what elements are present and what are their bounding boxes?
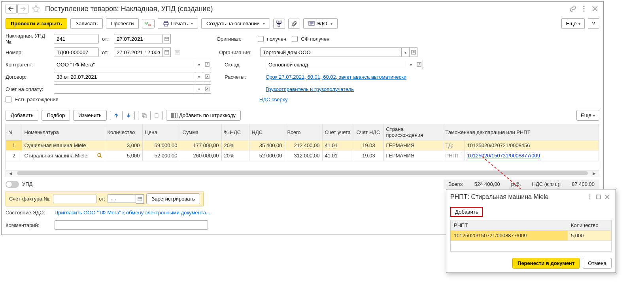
- contract-drop[interactable]: ▾: [195, 72, 203, 81]
- table-pick-button[interactable]: Подбор: [42, 110, 70, 121]
- consignor-link[interactable]: Грузоотправитель и грузополучатель: [266, 86, 354, 92]
- popup-maximize-icon[interactable]: [594, 193, 603, 201]
- th-sum: Сумма: [180, 124, 221, 140]
- svg-rect-10: [278, 25, 280, 26]
- sf-date-input[interactable]: [108, 194, 136, 203]
- th-vatpct: % НДС: [221, 124, 249, 140]
- warehouse-drop[interactable]: ▾: [407, 60, 415, 69]
- settlements-link[interactable]: Срок 27.07.2021, 60.01, 60.02, зачет ава…: [266, 74, 406, 80]
- move-up-button[interactable]: [110, 111, 123, 120]
- svg-rect-12: [165, 37, 169, 41]
- from-label-1: от:: [102, 36, 112, 42]
- sf-calendar-button[interactable]: [136, 194, 144, 204]
- cell-nomen: Сушильная машина Miele: [22, 140, 105, 151]
- customs-link[interactable]: 10125020/150721/0008877/009: [467, 153, 540, 159]
- contract-open[interactable]: [203, 72, 211, 81]
- cell-vatpct: 20%: [221, 140, 249, 151]
- dtkt-button[interactable]: ДтКт: [142, 19, 155, 28]
- counterparty-open[interactable]: [203, 60, 211, 69]
- cell-vat: 35 400,00: [249, 140, 285, 151]
- popup-close-icon[interactable]: [603, 193, 612, 201]
- calendar-button-2[interactable]: [163, 47, 171, 57]
- warehouse-input[interactable]: [266, 60, 407, 69]
- calendar-button-1[interactable]: [163, 34, 171, 44]
- edo-state-link[interactable]: Пригласить ООО "ТФ-Мега" к обмену электр…: [55, 210, 210, 216]
- print-button[interactable]: Печать: [158, 18, 198, 29]
- table-row[interactable]: 2Стиральная машина Miele5,00052 000,0026…: [6, 151, 599, 161]
- popup-cell-rnpt[interactable]: 10125020/150721/0008877/009: [451, 231, 568, 237]
- open-icon: [205, 62, 210, 67]
- open-icon: [205, 87, 210, 91]
- paste-button[interactable]: [151, 111, 162, 120]
- attachment-button[interactable]: [288, 19, 300, 29]
- warehouse-label: Склад:: [225, 62, 264, 68]
- pay-invoice-label: Счет на оплату:: [6, 86, 52, 92]
- close-icon[interactable]: [591, 4, 599, 13]
- table-add-button[interactable]: Добавить: [6, 110, 38, 121]
- favorite-star-icon[interactable]: [32, 4, 40, 13]
- upd-toggle[interactable]: [6, 181, 19, 188]
- post-button[interactable]: Провести: [106, 18, 139, 29]
- help-button[interactable]: ?: [588, 18, 599, 29]
- popup-title: РНПТ: Стиральная машина Miele: [450, 193, 585, 201]
- counterparty-input[interactable]: [54, 60, 195, 69]
- pay-invoice-input[interactable]: [54, 84, 195, 94]
- popup-cell-qty[interactable]: 5,000: [568, 231, 611, 237]
- copy-button[interactable]: [138, 111, 151, 120]
- pay-invoice-drop[interactable]: ▾: [195, 84, 203, 94]
- invoice-date-input[interactable]: [114, 34, 163, 44]
- contract-input[interactable]: [54, 72, 195, 81]
- sf-number-input[interactable]: [53, 195, 96, 203]
- org-input[interactable]: [260, 47, 402, 57]
- structure-button[interactable]: [273, 19, 285, 29]
- counterparty-drop[interactable]: ▾: [195, 60, 203, 69]
- svg-rect-25: [138, 197, 142, 201]
- pay-invoice-open[interactable]: [203, 84, 211, 94]
- received-checkbox[interactable]: [258, 36, 264, 42]
- popup-grid[interactable]: РНПТ Количество 10125020/150721/0008877/…: [450, 220, 612, 236]
- post-and-close-button[interactable]: Провести и закрыть: [6, 18, 67, 29]
- invoice-no-input[interactable]: [54, 34, 99, 44]
- save-button[interactable]: Записать: [70, 18, 103, 29]
- table-edit-button[interactable]: Изменить: [73, 110, 107, 121]
- th-vatacct: Счет НДС: [354, 124, 383, 140]
- number-input[interactable]: [54, 47, 99, 57]
- move-down-button[interactable]: [123, 111, 134, 120]
- number-label: Номер:: [6, 49, 52, 55]
- scroll-left-icon[interactable]: ◀: [8, 170, 14, 176]
- th-acct: Счет учета: [322, 124, 354, 140]
- more-button[interactable]: Еще: [561, 18, 584, 29]
- number-date-input[interactable]: [114, 47, 163, 57]
- edo-button[interactable]: ЭДО: [303, 18, 338, 29]
- org-open[interactable]: [410, 47, 417, 57]
- cell-customs-prefix: ТД:: [443, 140, 465, 151]
- register-button[interactable]: Зарегистрировать: [146, 193, 200, 204]
- paperclip-icon: [291, 21, 297, 27]
- sf-label: Счет-фактура №:: [9, 196, 51, 202]
- comment-label: Комментарий:: [6, 222, 52, 228]
- popup-kebab-icon[interactable]: [585, 193, 594, 201]
- create-based-button[interactable]: Создать на основании: [201, 18, 270, 29]
- arrow-right-icon: [20, 6, 26, 11]
- nav-forward-button[interactable]: [17, 4, 28, 13]
- cell-customs: 10125020/020721/0008456: [465, 140, 599, 151]
- horizontal-scrollbar[interactable]: ◀ ▶: [6, 170, 599, 176]
- nav-back-button[interactable]: [6, 4, 17, 13]
- comment-input[interactable]: [55, 220, 208, 230]
- vat-link[interactable]: НДС сверху: [259, 97, 288, 102]
- table-row[interactable]: 1Сушильная машина Miele3,00059 000,00177…: [6, 140, 599, 151]
- org-drop[interactable]: ▾: [402, 47, 410, 57]
- link-icon[interactable]: [568, 4, 577, 13]
- discrepancies-checkbox[interactable]: [6, 97, 11, 102]
- sf-received-checkbox[interactable]: [292, 36, 298, 42]
- table-more-button[interactable]: Еще: [576, 110, 599, 121]
- vat-incl-label: НДС (в т.ч.):: [532, 181, 561, 187]
- barcode-add-button[interactable]: Добавить по штрихкоду: [166, 110, 241, 121]
- scroll-right-icon[interactable]: ▶: [591, 170, 597, 176]
- kebab-menu-icon[interactable]: [580, 4, 588, 13]
- items-grid[interactable]: N Номенклатура Количество Цена Сумма % Н…: [6, 124, 599, 161]
- cell-qty: 3,000: [105, 140, 142, 151]
- popup-add-button[interactable]: Добавить: [450, 207, 483, 217]
- warehouse-open[interactable]: [415, 60, 423, 69]
- paste-icon: [154, 113, 159, 118]
